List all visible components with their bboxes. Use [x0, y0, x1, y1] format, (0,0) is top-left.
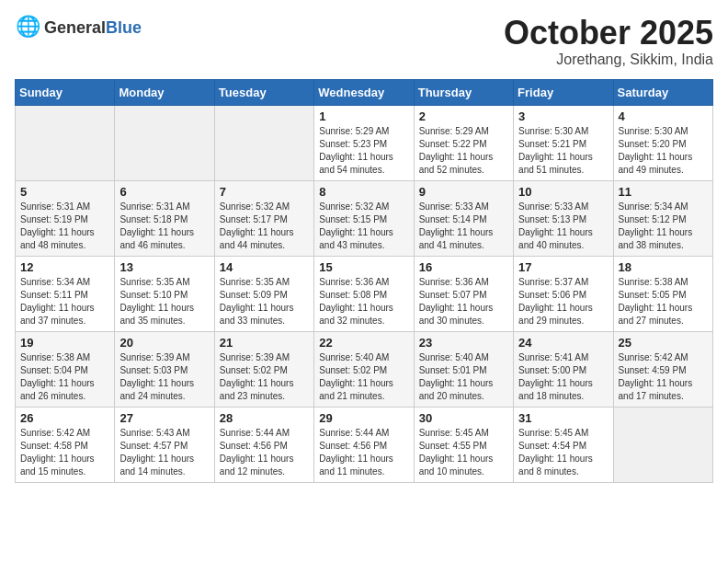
day-info: Sunrise: 5:44 AM Sunset: 4:56 PM Dayligh…: [220, 427, 309, 478]
day-number: 17: [518, 260, 608, 274]
calendar-cell: 29Sunrise: 5:44 AM Sunset: 4:56 PM Dayli…: [314, 407, 414, 482]
logo-text-general: General: [44, 18, 106, 37]
day-number: 7: [220, 185, 309, 199]
calendar-cell: 23Sunrise: 5:40 AM Sunset: 5:01 PM Dayli…: [414, 331, 513, 407]
calendar-cell: 9Sunrise: 5:33 AM Sunset: 5:14 PM Daylig…: [414, 180, 513, 256]
calendar-cell: 5Sunrise: 5:31 AM Sunset: 5:19 PM Daylig…: [16, 180, 115, 256]
day-info: Sunrise: 5:38 AM Sunset: 5:04 PM Dayligh…: [20, 351, 109, 403]
day-number: 29: [319, 411, 408, 425]
day-number: 24: [518, 336, 608, 350]
calendar-cell: 26Sunrise: 5:42 AM Sunset: 4:58 PM Dayli…: [16, 407, 115, 482]
day-number: 4: [619, 109, 708, 123]
day-number: 21: [220, 336, 309, 350]
day-number: 26: [20, 411, 109, 425]
day-info: Sunrise: 5:45 AM Sunset: 4:54 PM Dayligh…: [518, 427, 608, 478]
calendar-cell: 17Sunrise: 5:37 AM Sunset: 5:06 PM Dayli…: [514, 256, 613, 331]
calendar-cell: 28Sunrise: 5:44 AM Sunset: 4:56 PM Dayli…: [214, 407, 313, 482]
day-number: 16: [419, 260, 508, 274]
calendar-cell: 3Sunrise: 5:30 AM Sunset: 5:21 PM Daylig…: [514, 105, 613, 180]
title-area: October 2025 Jorethang, Sikkim, India: [504, 15, 713, 68]
day-number: 23: [419, 336, 508, 350]
calendar-cell: 8Sunrise: 5:32 AM Sunset: 5:15 PM Daylig…: [314, 180, 414, 256]
day-number: 14: [220, 260, 309, 274]
calendar-cell: 7Sunrise: 5:32 AM Sunset: 5:17 PM Daylig…: [214, 180, 313, 256]
day-info: Sunrise: 5:36 AM Sunset: 5:07 PM Dayligh…: [419, 276, 508, 327]
day-number: 30: [419, 411, 508, 425]
day-number: 6: [119, 185, 209, 199]
day-info: Sunrise: 5:39 AM Sunset: 5:02 PM Dayligh…: [220, 351, 309, 403]
calendar-cell: 18Sunrise: 5:38 AM Sunset: 5:05 PM Dayli…: [613, 256, 712, 331]
calendar-cell: 27Sunrise: 5:43 AM Sunset: 4:57 PM Dayli…: [115, 407, 214, 482]
day-info: Sunrise: 5:31 AM Sunset: 5:18 PM Dayligh…: [119, 201, 209, 252]
calendar-cell: 2Sunrise: 5:29 AM Sunset: 5:22 PM Daylig…: [414, 105, 513, 180]
day-number: 28: [220, 411, 309, 425]
calendar: SundayMondayTuesdayWednesdayThursdayFrid…: [15, 79, 713, 483]
day-header-tuesday: Tuesday: [214, 79, 313, 105]
day-info: Sunrise: 5:42 AM Sunset: 4:59 PM Dayligh…: [619, 351, 708, 403]
day-info: Sunrise: 5:41 AM Sunset: 5:00 PM Dayligh…: [518, 351, 608, 403]
calendar-cell: 21Sunrise: 5:39 AM Sunset: 5:02 PM Dayli…: [214, 331, 313, 407]
location-title: Jorethang, Sikkim, India: [504, 52, 713, 68]
calendar-cell: 4Sunrise: 5:30 AM Sunset: 5:20 PM Daylig…: [613, 105, 712, 180]
calendar-cell: 22Sunrise: 5:40 AM Sunset: 5:02 PM Dayli…: [314, 331, 414, 407]
day-number: 15: [319, 260, 408, 274]
day-header-monday: Monday: [115, 79, 214, 105]
day-info: Sunrise: 5:31 AM Sunset: 5:19 PM Dayligh…: [20, 201, 109, 252]
calendar-cell: 30Sunrise: 5:45 AM Sunset: 4:55 PM Dayli…: [414, 407, 513, 482]
day-info: Sunrise: 5:45 AM Sunset: 4:55 PM Dayligh…: [419, 427, 508, 478]
day-info: Sunrise: 5:29 AM Sunset: 5:22 PM Dayligh…: [419, 125, 508, 177]
logo-text-blue: Blue: [106, 18, 142, 37]
day-number: 9: [419, 185, 508, 199]
day-number: 31: [518, 411, 608, 425]
day-info: Sunrise: 5:33 AM Sunset: 5:13 PM Dayligh…: [518, 201, 608, 252]
header: 🌐 GeneralBlue October 2025 Jorethang, Si…: [15, 15, 713, 68]
day-info: Sunrise: 5:34 AM Sunset: 5:11 PM Dayligh…: [20, 276, 109, 327]
day-info: Sunrise: 5:35 AM Sunset: 5:10 PM Dayligh…: [119, 276, 209, 327]
day-number: 3: [518, 109, 608, 123]
day-info: Sunrise: 5:40 AM Sunset: 5:02 PM Dayligh…: [319, 351, 408, 403]
day-header-friday: Friday: [514, 79, 613, 105]
day-header-saturday: Saturday: [613, 79, 712, 105]
calendar-cell: 19Sunrise: 5:38 AM Sunset: 5:04 PM Dayli…: [16, 331, 115, 407]
calendar-cell: 20Sunrise: 5:39 AM Sunset: 5:03 PM Dayli…: [115, 331, 214, 407]
calendar-cell: 15Sunrise: 5:36 AM Sunset: 5:08 PM Dayli…: [314, 256, 414, 331]
day-number: 25: [619, 336, 708, 350]
day-info: Sunrise: 5:40 AM Sunset: 5:01 PM Dayligh…: [419, 351, 508, 403]
calendar-cell: [16, 105, 115, 180]
calendar-header-row: SundayMondayTuesdayWednesdayThursdayFrid…: [16, 79, 713, 105]
day-info: Sunrise: 5:43 AM Sunset: 4:57 PM Dayligh…: [119, 427, 209, 478]
day-number: 1: [319, 109, 408, 123]
calendar-week-row: 5Sunrise: 5:31 AM Sunset: 5:19 PM Daylig…: [16, 180, 713, 256]
day-number: 18: [619, 260, 708, 274]
logo-icon: 🌐: [15, 15, 40, 40]
day-info: Sunrise: 5:34 AM Sunset: 5:12 PM Dayligh…: [619, 201, 708, 252]
calendar-cell: 24Sunrise: 5:41 AM Sunset: 5:00 PM Dayli…: [514, 331, 613, 407]
day-header-sunday: Sunday: [16, 79, 115, 105]
calendar-cell: 11Sunrise: 5:34 AM Sunset: 5:12 PM Dayli…: [613, 180, 712, 256]
day-number: 2: [419, 109, 508, 123]
day-number: 20: [119, 336, 209, 350]
day-number: 12: [20, 260, 109, 274]
calendar-cell: [613, 407, 712, 482]
calendar-cell: [115, 105, 214, 180]
day-number: 19: [20, 336, 109, 350]
day-info: Sunrise: 5:38 AM Sunset: 5:05 PM Dayligh…: [619, 276, 708, 327]
calendar-cell: 1Sunrise: 5:29 AM Sunset: 5:23 PM Daylig…: [314, 105, 414, 180]
month-title: October 2025: [504, 15, 713, 52]
calendar-week-row: 1Sunrise: 5:29 AM Sunset: 5:23 PM Daylig…: [16, 105, 713, 180]
day-info: Sunrise: 5:32 AM Sunset: 5:15 PM Dayligh…: [319, 201, 408, 252]
calendar-cell: 12Sunrise: 5:34 AM Sunset: 5:11 PM Dayli…: [16, 256, 115, 331]
day-number: 5: [20, 185, 109, 199]
day-header-thursday: Thursday: [414, 79, 513, 105]
calendar-cell: 25Sunrise: 5:42 AM Sunset: 4:59 PM Dayli…: [613, 331, 712, 407]
calendar-cell: 16Sunrise: 5:36 AM Sunset: 5:07 PM Dayli…: [414, 256, 513, 331]
day-info: Sunrise: 5:44 AM Sunset: 4:56 PM Dayligh…: [319, 427, 408, 478]
day-number: 27: [119, 411, 209, 425]
calendar-cell: 14Sunrise: 5:35 AM Sunset: 5:09 PM Dayli…: [214, 256, 313, 331]
day-info: Sunrise: 5:29 AM Sunset: 5:23 PM Dayligh…: [319, 125, 408, 177]
day-info: Sunrise: 5:42 AM Sunset: 4:58 PM Dayligh…: [20, 427, 109, 478]
calendar-week-row: 26Sunrise: 5:42 AM Sunset: 4:58 PM Dayli…: [16, 407, 713, 482]
day-number: 11: [619, 185, 708, 199]
day-header-wednesday: Wednesday: [314, 79, 414, 105]
calendar-cell: 13Sunrise: 5:35 AM Sunset: 5:10 PM Dayli…: [115, 256, 214, 331]
